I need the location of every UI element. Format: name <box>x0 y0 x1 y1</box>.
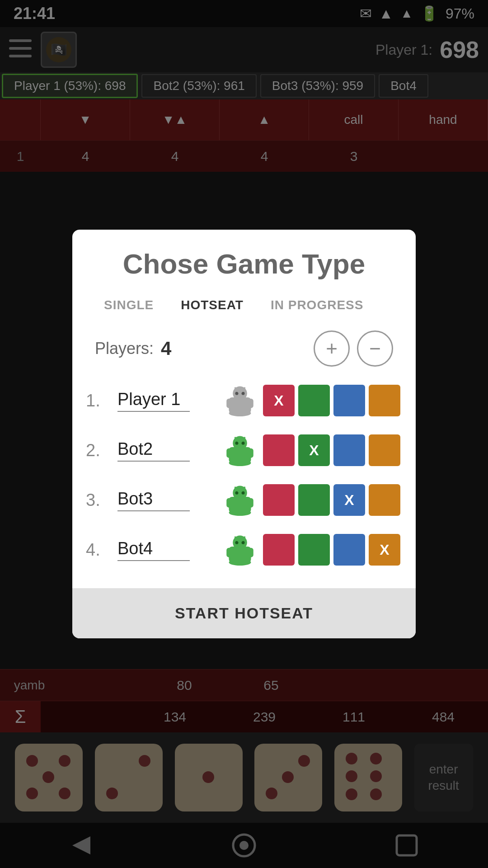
players-label: Players: <box>95 339 154 358</box>
tab-single[interactable]: SINGLE <box>90 293 167 317</box>
player-number-2: 2. <box>86 441 113 460</box>
color-blue-4[interactable] <box>333 534 365 566</box>
svg-rect-38 <box>249 548 253 557</box>
start-hotseat-button[interactable]: START HOTSEAT <box>72 588 416 638</box>
color-red-1[interactable]: X <box>263 385 295 416</box>
modal-overlay: Chose Game Type SINGLE HOTSEAT IN PROGRE… <box>0 0 488 868</box>
player-list: 1. Player 1 X <box>72 380 416 570</box>
svg-rect-11 <box>249 399 253 408</box>
color-orange-3[interactable] <box>369 484 400 516</box>
svg-rect-20 <box>249 448 253 458</box>
color-orange-1[interactable] <box>369 385 400 416</box>
player-number-3: 3. <box>86 491 113 510</box>
player-number-1: 1. <box>86 391 113 410</box>
color-green-1[interactable] <box>298 385 330 416</box>
modal: Chose Game Type SINGLE HOTSEAT IN PROGRE… <box>72 230 416 638</box>
svg-rect-29 <box>249 498 253 508</box>
color-orange-4[interactable]: X <box>369 534 400 566</box>
add-player-button[interactable]: + <box>314 330 350 367</box>
android-icon-3 <box>224 484 256 516</box>
modal-tabs: SINGLE HOTSEAT IN PROGRESS <box>72 293 416 317</box>
svg-rect-37 <box>226 548 231 557</box>
svg-rect-28 <box>226 498 231 508</box>
color-green-4[interactable] <box>298 534 330 566</box>
color-orange-2[interactable] <box>369 434 400 466</box>
android-icon-4 <box>224 534 256 566</box>
players-row: Players: 4 + − <box>72 326 416 371</box>
modal-title: Chose Game Type <box>72 230 416 293</box>
color-blue-3[interactable]: X <box>333 484 365 516</box>
player-row-3: 3. Bot3 X <box>86 480 402 520</box>
player-row-4: 4. Bot4 <box>86 529 402 570</box>
tab-in-progress[interactable]: IN PROGRESS <box>257 293 377 317</box>
color-blue-2[interactable] <box>333 434 365 466</box>
plus-icon: + <box>326 339 338 359</box>
color-green-3[interactable] <box>298 484 330 516</box>
player-number-4: 4. <box>86 540 113 560</box>
player-row-1: 1. Player 1 X <box>86 380 402 421</box>
color-red-4[interactable] <box>263 534 295 566</box>
color-red-2[interactable] <box>263 434 295 466</box>
player-name-2[interactable]: Bot2 <box>117 439 190 462</box>
players-count: 4 <box>161 338 306 359</box>
player-row-2: 2. Bot2 X <box>86 430 402 471</box>
svg-rect-19 <box>226 448 231 458</box>
remove-player-button[interactable]: − <box>357 330 393 367</box>
android-icon-2 <box>224 434 256 466</box>
player-name-3[interactable]: Bot3 <box>117 489 190 511</box>
color-green-2[interactable]: X <box>298 434 330 466</box>
color-red-3[interactable] <box>263 484 295 516</box>
minus-icon: − <box>369 339 381 359</box>
player-name-1[interactable]: Player 1 <box>117 390 190 412</box>
player-name-4[interactable]: Bot4 <box>117 539 190 561</box>
tab-hotseat[interactable]: HOTSEAT <box>167 293 257 317</box>
color-blue-1[interactable] <box>333 385 365 416</box>
svg-rect-10 <box>226 399 231 408</box>
android-icon-1 <box>224 385 256 416</box>
